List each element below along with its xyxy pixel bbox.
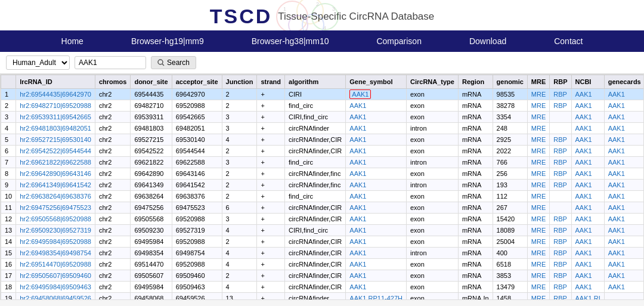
lrcRNA-id[interactable]: hr2:69542522|69544544: [16, 146, 95, 157]
lrcRNA-id[interactable]: hr2:69509230|69527319: [16, 225, 95, 236]
ncbi[interactable]: AAK1: [571, 123, 604, 134]
genecards[interactable]: AAK1: [604, 134, 644, 146]
genecards[interactable]: AAK1: [604, 225, 644, 236]
table-row[interactable]: 19hr2:69458068|69459526chr26945806869459…: [1, 293, 645, 301]
rbp[interactable]: RBP: [550, 270, 571, 282]
mre[interactable]: MRE: [527, 236, 549, 248]
ncbi[interactable]: AAK1: [571, 146, 604, 157]
mre[interactable]: MRE: [527, 134, 549, 146]
genecards[interactable]: AAK1: [604, 248, 644, 259]
gene-symbol[interactable]: AAK1: [346, 123, 407, 134]
ncbi[interactable]: AAK1: [571, 134, 604, 146]
rbp[interactable]: RBP: [550, 248, 571, 259]
mre[interactable]: MRE: [527, 214, 549, 225]
mre[interactable]: MRE: [527, 168, 549, 180]
lrcRNA-id[interactable]: hr2:69482710|69520988: [16, 100, 95, 112]
ncbi[interactable]: AAK1: [571, 214, 604, 225]
gene-symbol[interactable]: AAK1: [346, 89, 407, 100]
lrcRNA-id[interactable]: hr2:69481803|69482051: [16, 123, 95, 134]
table-container[interactable]: lrcRNA_ID chromos donor_site acceptor_si…: [0, 74, 644, 300]
gene-symbol[interactable]: AAK1: [346, 259, 407, 270]
mre[interactable]: MRE: [527, 191, 549, 202]
lrcRNA-id[interactable]: hr2:69495984|69520988: [16, 236, 95, 248]
ncbi[interactable]: AAK1: [571, 270, 604, 282]
mre[interactable]: MRE: [527, 112, 549, 123]
table-row[interactable]: 11hr2:69475256|69475523chr26947525669475…: [1, 202, 645, 214]
table-row[interactable]: 18hr2:69495984|69509463chr26949598469509…: [1, 282, 645, 293]
ncbi[interactable]: AAK1: [571, 89, 604, 100]
nav-contact[interactable]: Contact: [530, 30, 606, 52]
lrcRNA-id[interactable]: hr2:69638264|69638376: [16, 191, 95, 202]
table-row[interactable]: 7hr2:69621822|69622588chr269621822696225…: [1, 157, 645, 168]
gene-symbol[interactable]: AAK1: [346, 100, 407, 112]
mre[interactable]: MRE: [527, 123, 549, 134]
mre[interactable]: MRE: [527, 248, 549, 259]
gene-symbol[interactable]: AAK1: [346, 236, 407, 248]
lrcRNA-id[interactable]: hr2:69621822|69622588: [16, 157, 95, 168]
genecards[interactable]: AAK1: [604, 168, 644, 180]
ncbi[interactable]: AAK1: [571, 112, 604, 123]
genecards[interactable]: AAK1: [604, 270, 644, 282]
mre[interactable]: MRE: [527, 89, 549, 100]
table-row[interactable]: 4hr2:69481803|69482051chr269481803694820…: [1, 123, 645, 134]
ncbi[interactable]: AAK1: [571, 248, 604, 259]
table-row[interactable]: 12hr2:69505568|69520988chr26950556869520…: [1, 214, 645, 225]
search-input[interactable]: [75, 56, 146, 69]
nav-browser-hg19[interactable]: Browser-hg19|mm9: [107, 30, 228, 52]
nav-home[interactable]: Home: [38, 30, 107, 52]
lrcRNA-id[interactable]: hr2:69505568|69520988: [16, 214, 95, 225]
ncbi[interactable]: AAK1: [571, 236, 604, 248]
table-row[interactable]: 16hr2:69514470|69520988chr26951447069520…: [1, 259, 645, 270]
gene-symbol[interactable]: AAK1: [346, 112, 407, 123]
gene-symbol[interactable]: AAK1: [346, 146, 407, 157]
gene-symbol[interactable]: AAK1: [346, 180, 407, 191]
rbp[interactable]: RBP: [550, 157, 571, 168]
rbp[interactable]: RBP: [550, 146, 571, 157]
ncbi[interactable]: AAK1: [571, 191, 604, 202]
rbp[interactable]: RBP: [550, 168, 571, 180]
rbp[interactable]: RBP: [550, 214, 571, 225]
ncbi[interactable]: AAK1: [571, 282, 604, 293]
nav-comparison[interactable]: Comparison: [352, 30, 445, 52]
table-row[interactable]: 15hr2:69498354|69498754chr26949835469498…: [1, 248, 645, 259]
mre[interactable]: MRE: [527, 282, 549, 293]
genecards[interactable]: AAK1: [604, 146, 644, 157]
table-row[interactable]: 6hr2:69542522|69544544chr269542522695445…: [1, 146, 645, 157]
table-row[interactable]: 8hr2:69642890|69643146chr269642890696431…: [1, 168, 645, 180]
mre[interactable]: MRE: [527, 270, 549, 282]
lrcRNA-id[interactable]: hr2:69544435|69642970: [16, 89, 95, 100]
lrcRNA-id[interactable]: hr2:69527215|69530140: [16, 134, 95, 146]
gene-symbol[interactable]: AAK1: [346, 157, 407, 168]
table-row[interactable]: 5hr2:69527215|69530140chr269527215695301…: [1, 134, 645, 146]
ncbi[interactable]: AAK1: [571, 202, 604, 214]
lrcRNA-id[interactable]: hr2:69498354|69498754: [16, 248, 95, 259]
genecards[interactable]: AAK1: [604, 112, 644, 123]
table-row[interactable]: 1hr2:69544435|69642970chr269544435696429…: [1, 89, 645, 100]
ncbi[interactable]: AAK1: [571, 100, 604, 112]
genecards[interactable]: AAK1: [604, 202, 644, 214]
lrcRNA-id[interactable]: hr2:69458068|69459526: [16, 293, 95, 301]
genecards[interactable]: AAK1: [604, 191, 644, 202]
rbp[interactable]: RBP: [550, 259, 571, 270]
mre[interactable]: MRE: [527, 146, 549, 157]
lrcRNA-id[interactable]: hr2:69642890|69643146: [16, 168, 95, 180]
rbp[interactable]: RBP: [550, 100, 571, 112]
gene-symbol[interactable]: AAK1: [346, 282, 407, 293]
rbp[interactable]: RBP: [550, 89, 571, 100]
gene-symbol[interactable]: AAK1: [346, 191, 407, 202]
mre[interactable]: MRE: [527, 293, 549, 301]
table-row[interactable]: 14hr2:69495984|69520988chr26949598469520…: [1, 236, 645, 248]
lrcRNA-id[interactable]: hr2:69539311|69542665: [16, 112, 95, 123]
genecards[interactable]: AAK1: [604, 123, 644, 134]
species-dropdown[interactable]: Human_Adult Human_Fetal Mouse_Adult: [6, 55, 70, 70]
gene-symbol[interactable]: AAK1: [346, 134, 407, 146]
lrcRNA-id[interactable]: hr2:69475256|69475523: [16, 202, 95, 214]
ncbi[interactable]: AAK1: [571, 168, 604, 180]
lrcRNA-id[interactable]: hr2:69495984|69509463: [16, 282, 95, 293]
genecards[interactable]: AAK1: [604, 236, 644, 248]
rbp[interactable]: RBP: [550, 236, 571, 248]
gene-symbol[interactable]: AAK1: [346, 214, 407, 225]
rbp[interactable]: RBP: [550, 134, 571, 146]
lrcRNA-id[interactable]: hr2:69514470|69520988: [16, 259, 95, 270]
mre[interactable]: MRE: [527, 225, 549, 236]
